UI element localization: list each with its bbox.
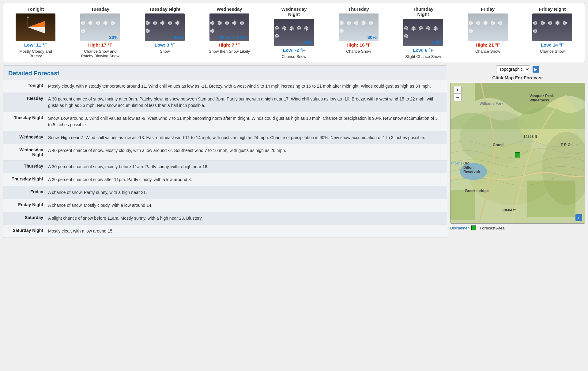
forecast-period-5[interactable]: Thursday❄ ❄ ❄ ❄ ❄ ❄30%High: 16 °FChance …: [336, 6, 382, 54]
forecast-row-5: ThursdayA 30 percent chance of snow, mai…: [3, 161, 447, 173]
forecast-row-1: TuesdayA 30 percent chance of snow, main…: [3, 93, 447, 112]
forecast-row-3: WednesdaySnow. High near 7. Wind chill v…: [3, 131, 447, 144]
forecast-row-name-7: Friday: [8, 189, 48, 196]
period-name-7: Friday: [481, 6, 495, 12]
precip-pct-1: 30%: [109, 35, 118, 40]
temp-label-3: High: 7 °F: [219, 42, 240, 47]
forecast-desc-3: Snow then Snow Likely: [209, 49, 250, 54]
forecast-row-desc-0: Mostly cloudy, with a steady temperature…: [48, 83, 442, 89]
precip-pct-4: 40%: [303, 40, 312, 45]
temp-label-1: High: 17 °F: [88, 42, 112, 47]
precip-pct-3: 90 % → 60 %: [219, 35, 247, 40]
period-name-4: WednesdayNight: [281, 6, 307, 17]
map-footer: Disclaimer Forecast Area: [450, 225, 585, 230]
temp-label-6: Low: 8 °F: [413, 47, 433, 53]
period-name-0: Tonight: [28, 6, 44, 12]
forecast-period-4[interactable]: WednesdayNight❄ ❄ ❄ ❄ ❄ ❄40%Low: -2 °FCh…: [271, 6, 317, 59]
forecast-row-desc-3: Snow. High near 7. Wind chill values as …: [48, 134, 442, 141]
map-info-button[interactable]: i: [575, 214, 582, 221]
forecast-row-0: TonightMostly cloudy, with a steady temp…: [3, 80, 447, 93]
forecast-row-8: Friday NightA chance of snow. Mostly clo…: [3, 199, 447, 212]
forecast-desc-1: Chance Snow and Patchy Blowing Snow: [79, 49, 122, 58]
forecast-desc-5: Chance Snow: [346, 49, 371, 54]
forecast-row-name-10: Saturday Night: [8, 228, 48, 234]
map-type-dropdown[interactable]: Topographic: [496, 65, 530, 73]
precip-pct-6: 20%: [432, 40, 441, 45]
period-name-5: Thursday: [348, 6, 369, 12]
svg-rect-12: [450, 190, 475, 220]
map-dropdown-icon[interactable]: ▶: [533, 66, 539, 73]
forecast-row-10: Saturday NightMostly clear, with a low a…: [3, 225, 447, 238]
forecast-row-4: Wednesday NightA 40 percent chance of sn…: [3, 144, 447, 161]
forecast-area-marker[interactable]: [515, 152, 520, 157]
forecast-row-desc-1: A 30 percent chance of snow, mainly afte…: [48, 96, 442, 109]
period-name-2: Tuesday Night: [149, 6, 180, 12]
map-panel: Topographic ▶ Click Map For Forecast: [450, 65, 585, 238]
forecast-area-legend-label: Forecast Area: [480, 226, 505, 230]
forecast-period-6[interactable]: ThursdayNight❄ ❄ ❄ ❄ ❄ ❄20%Low: 8 °FSlig…: [400, 6, 446, 59]
forecast-row-name-5: Thursday: [8, 164, 48, 170]
zoom-out-button[interactable]: −: [454, 94, 461, 101]
forecast-period-8[interactable]: Friday Night❄ ❄ ❄ ❄ ❄ ❄Low: 14 °FChance …: [529, 6, 575, 54]
map-zoom-controls: + −: [454, 86, 462, 101]
temp-label-7: High: 21 °F: [476, 42, 500, 47]
snowflake-overlay-7: ❄ ❄ ❄ ❄ ❄ ❄: [468, 13, 508, 41]
forecast-img-6: ❄ ❄ ❄ ❄ ❄ ❄20%: [403, 19, 443, 46]
forecast-period-0[interactable]: Tonight Low: 11 °FMostly Cloudy and Bree…: [13, 6, 58, 58]
precip-pct-5: 30%: [368, 35, 377, 40]
snowflake-overlay-8: ❄ ❄ ❄ ❄ ❄ ❄: [532, 13, 572, 41]
svg-rect-11: [527, 181, 575, 217]
forecast-area-legend-box: [471, 225, 476, 230]
period-name-1: Tuesday: [91, 6, 109, 12]
forecast-img-0: [16, 13, 55, 41]
forecast-row-name-2: Tuesday Night: [8, 115, 48, 128]
map-container[interactable]: + − Vasquez PeakWilderness Grand OldDill…: [450, 83, 585, 224]
map-click-label: Click Map For Forecast: [492, 75, 543, 80]
forecast-row-name-1: Tuesday: [8, 96, 48, 109]
forecast-row-desc-2: Snow. Low around 3. Wind chill values as…: [48, 115, 442, 128]
detailed-forecast-title: Detailed Forecast: [3, 66, 447, 80]
forecast-img-3: ❄ ❄ ❄ ❄ ❄ ❄90 % → 60 %: [209, 13, 249, 41]
forecast-desc-2: Snow: [160, 49, 170, 54]
forecast-row-desc-4: A 40 percent chance of snow. Mostly clou…: [48, 147, 442, 157]
forecast-desc-0: Mostly Cloudy and Breezy: [14, 49, 57, 58]
forecast-desc-4: Chance Snow: [281, 54, 306, 59]
forecast-row-name-9: Saturday: [8, 215, 48, 221]
temp-label-2: Low: 3 °F: [155, 42, 175, 47]
forecast-period-2[interactable]: Tuesday Night❄ ❄ ❄ ❄ ❄ ❄90%Low: 3 °FSnow: [142, 6, 188, 54]
forecast-row-6: Thursday NightA 20 percent chance of sno…: [3, 173, 447, 186]
zoom-in-button[interactable]: +: [454, 86, 461, 94]
forecast-img-5: ❄ ❄ ❄ ❄ ❄ ❄30%: [339, 13, 379, 41]
forecast-row-desc-8: A chance of snow. Mostly cloudy, with a …: [48, 202, 442, 209]
forecast-row-name-0: Tonight: [8, 83, 48, 89]
forecast-row-2: Tuesday NightSnow. Low around 3. Wind ch…: [3, 112, 447, 131]
forecast-row-desc-10: Mostly clear, with a low around 15.: [48, 228, 442, 234]
forecast-row-desc-6: A 20 percent chance of snow after 11pm. …: [48, 176, 442, 183]
main-content: Detailed Forecast TonightMostly cloudy, …: [3, 65, 585, 238]
temp-label-4: Low: -2 °F: [283, 47, 305, 53]
period-name-8: Friday Night: [539, 6, 566, 12]
forecast-img-2: ❄ ❄ ❄ ❄ ❄ ❄90%: [145, 13, 185, 41]
detailed-forecast: Detailed Forecast TonightMostly cloudy, …: [3, 65, 447, 238]
forecast-strip: Tonight Low: 11 °FMostly Cloudy and Bree…: [3, 3, 585, 62]
temp-label-5: High: 16 °F: [347, 42, 371, 47]
map-controls: Topographic ▶: [496, 65, 539, 73]
period-name-3: Wednesday: [217, 6, 242, 12]
forecast-img-1: ❄ ❄ ❄ ❄ ❄ ❄30%: [80, 13, 120, 41]
forecast-period-7[interactable]: Friday❄ ❄ ❄ ❄ ❄ ❄High: 21 °FChance Snow: [465, 6, 511, 54]
map-disclaimer-link[interactable]: Disclaimer: [450, 226, 469, 230]
forecast-img-4: ❄ ❄ ❄ ❄ ❄ ❄40%: [274, 19, 314, 46]
forecast-desc-7: Chance Snow: [475, 49, 500, 54]
temp-label-0: Low: 11 °F: [24, 42, 47, 47]
forecast-row-desc-7: A chance of snow. Partly sunny, with a h…: [48, 189, 442, 196]
forecast-row-9: SaturdayA slight chance of snow before 1…: [3, 212, 447, 225]
forecast-img-7: ❄ ❄ ❄ ❄ ❄ ❄: [468, 13, 508, 41]
forecast-period-1[interactable]: Tuesday❄ ❄ ❄ ❄ ❄ ❄30%High: 17 °FChance S…: [77, 6, 123, 58]
svg-point-4: [27, 17, 29, 18]
forecast-period-3[interactable]: Wednesday❄ ❄ ❄ ❄ ❄ ❄90 % → 60 %High: 7 °…: [206, 6, 252, 54]
forecast-row-7: FridayA chance of snow. Partly sunny, wi…: [3, 186, 447, 199]
forecast-row-name-4: Wednesday Night: [8, 147, 48, 157]
period-name-6: ThursdayNight: [413, 6, 434, 17]
temp-label-8: Low: 14 °F: [541, 42, 564, 47]
forecast-row-desc-9: A slight chance of snow before 11am. Mos…: [48, 215, 442, 221]
